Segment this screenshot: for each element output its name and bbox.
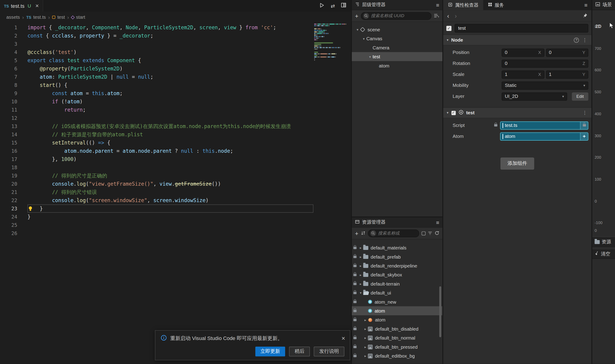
code-line[interactable]: @ccclass('test') [28,48,313,56]
code-line[interactable]: setInterval(() => { [28,139,313,147]
help-icon[interactable] [574,38,579,42]
asset-item-default_prefab[interactable]: ▸default_prefab [352,252,443,261]
line-number[interactable]: 8 [0,81,17,89]
assets-preview-tab[interactable]: 资源 [592,237,615,247]
line-number[interactable]: 16 [0,147,17,155]
code-line[interactable]: export class test extends Component { [28,56,313,65]
line-number[interactable]: 4 [0,48,17,56]
code-content[interactable]: import { _decorator, Component, Node, Pa… [28,24,313,237]
component-menu-icon[interactable] [582,110,588,116]
chevron-icon[interactable]: ▸ [358,282,363,286]
chevron-icon[interactable]: ▸ [363,336,368,340]
search-icon[interactable] [363,13,369,19]
line-number[interactable]: 22 [0,196,17,204]
hierarchy-node-test[interactable]: ▾test [352,52,443,61]
nav-back-icon[interactable] [447,13,449,19]
notification-button-立即更新[interactable]: 立即更新 [255,347,285,356]
asset-item-default_renderpipeline[interactable]: ▸default_renderpipeline [352,261,443,270]
assets-scrollbar[interactable] [439,286,441,337]
asset-item-default_editbox_bg[interactable]: ▸default_editbox_bg [352,351,443,360]
code-line[interactable]: console.log("view.getFrameSize()", view.… [28,180,313,188]
notification-button-发行说明[interactable]: 发行说明 [314,347,344,356]
assets-search-input[interactable]: 搜索名称或 [368,229,419,237]
code-line[interactable]: // 粒子资源是引擎自带的atom.plist [28,130,313,139]
line-number[interactable]: 15 [0,139,17,147]
asset-item-default_btn_pressed[interactable]: ▸default_btn_pressed [352,342,443,351]
run-icon[interactable] [319,2,325,10]
chevron-icon[interactable]: ▸ [363,327,368,331]
code-line[interactable]: @property(ParticleSystem2D) [28,65,313,73]
close-tab-icon[interactable] [35,3,39,9]
line-number[interactable]: 14 [0,130,17,139]
chevron-icon[interactable]: ▸ [363,345,368,349]
chevron-icon[interactable]: ▾ [358,291,363,295]
line-number[interactable]: 10 [0,98,17,106]
filter-icon[interactable] [428,230,432,237]
code-line[interactable] [28,40,313,48]
line-number[interactable]: 12 [0,114,17,122]
atom-asset-field[interactable]: atom [500,132,588,140]
minimap[interactable] [314,24,350,64]
open-changes-icon[interactable]: ⇄ [331,3,335,9]
code-line[interactable]: // iOS或者模拟器预览(安卓没去测试)在第四次设置atom.node.par… [28,122,313,130]
layer-select[interactable]: UI_2D [502,92,567,100]
add-node-button[interactable] [355,13,358,19]
clear-tab[interactable]: 清空 [592,249,615,259]
code-line[interactable]: // 得到的尺寸错误 [28,188,313,196]
asset-item-default-terrain[interactable]: ▸default-terrain [352,279,443,288]
tab-services[interactable]: 服务 [483,0,509,10]
refresh-icon[interactable] [434,230,439,237]
line-number[interactable]: 17 [0,155,17,163]
chevron-icon[interactable]: ▸ [363,318,368,322]
chevron-icon[interactable]: ▸ [363,354,368,358]
asset-item-default_ui[interactable]: ▾default_ui [352,288,443,297]
node-section-header[interactable]: Node [443,35,592,46]
mobility-select[interactable]: Static [502,81,588,89]
hierarchy-node-scene[interactable]: ▾scene [352,25,443,34]
search-icon[interactable] [370,230,376,236]
line-number[interactable]: 9 [0,89,17,98]
chevron-icon[interactable]: ▾ [367,55,373,59]
code-line[interactable] [28,163,313,171]
chevron-icon[interactable]: ▾ [355,28,360,32]
preview-toggle-icon[interactable] [421,231,425,235]
code-line[interactable]: import { _decorator, Component, Node, Pa… [28,24,313,32]
editor-tab-test-ts[interactable]: TS test.ts U [0,0,43,12]
hierarchy-node-Camera[interactable]: Camera [352,43,443,52]
breadcrumb[interactable]: assets›TStest.ts›test›start [0,12,351,23]
code-line[interactable]: }, 1000) [28,155,313,163]
expand-collapse-list-icon[interactable] [434,12,439,19]
code-line[interactable]: const atom = this.atom; [28,89,313,98]
line-number[interactable]: 23 [0,204,17,213]
chevron-icon[interactable]: ▸ [358,246,363,250]
split-editor-icon[interactable] [341,2,346,9]
code-line[interactable]: if (!atom) [28,98,313,106]
line-numbers[interactable]: 1234567891011121314151617181920212223242… [0,24,17,237]
asset-item-atom[interactable]: ▸atom [352,315,443,324]
sort-icon[interactable] [361,230,366,237]
chevron-down-icon[interactable] [447,38,448,42]
inspector-menu-icon[interactable] [584,0,591,10]
scale-y-input[interactable]: 1Y [546,70,588,78]
breadcrumb-item-start[interactable]: start [71,14,85,20]
add-component-button[interactable]: 添加组件 [501,157,534,170]
node-name-input[interactable] [454,24,588,32]
asset-item-default_skybox[interactable]: ▸default_skybox [352,270,443,279]
line-number[interactable]: 26 [0,229,17,237]
layer-edit-button[interactable]: Edit [572,92,588,100]
code-line[interactable]: console.log("screen.windowSize", screen.… [28,196,313,204]
line-number[interactable]: 1 [0,24,17,32]
code-line[interactable]: start() { [28,81,313,89]
node-active-checkbox[interactable] [446,26,451,31]
line-number[interactable]: 5 [0,56,17,65]
line-number[interactable]: 6 [0,65,17,73]
line-number[interactable]: 2 [0,32,17,40]
code-line[interactable]: // 得到的尺寸是正确的 [28,171,313,180]
asset-item-atom_new[interactable]: atom_new [352,297,443,306]
line-number[interactable]: 3 [0,40,17,48]
line-number[interactable]: 24 [0,213,17,221]
position-y-input[interactable]: 0Y [546,49,588,57]
breadcrumb-item-test.ts[interactable]: TStest.ts [26,14,46,20]
code-line[interactable] [28,221,313,229]
nav-forward-icon[interactable] [455,13,457,19]
